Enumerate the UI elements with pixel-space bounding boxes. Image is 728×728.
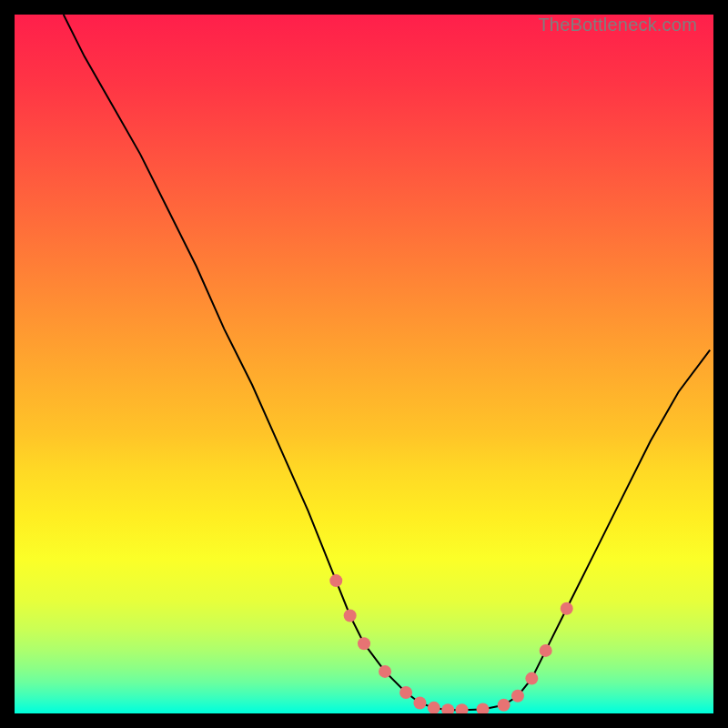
highlight-dot	[379, 665, 391, 678]
highlight-dot	[561, 602, 573, 615]
highlight-dot	[413, 696, 426, 709]
highlight-dot	[540, 644, 552, 657]
highlight-dot	[511, 690, 524, 703]
chart-plot	[15, 15, 713, 713]
chart-frame: TheBottleneck.com	[15, 15, 713, 713]
watermark-label: TheBottleneck.com	[538, 15, 697, 35]
highlight-dot	[344, 609, 357, 622]
highlight-dot	[329, 574, 342, 587]
highlight-dot	[399, 686, 412, 699]
highlight-dot	[525, 672, 538, 685]
highlight-dot	[498, 699, 511, 712]
highlight-dot	[358, 637, 370, 650]
